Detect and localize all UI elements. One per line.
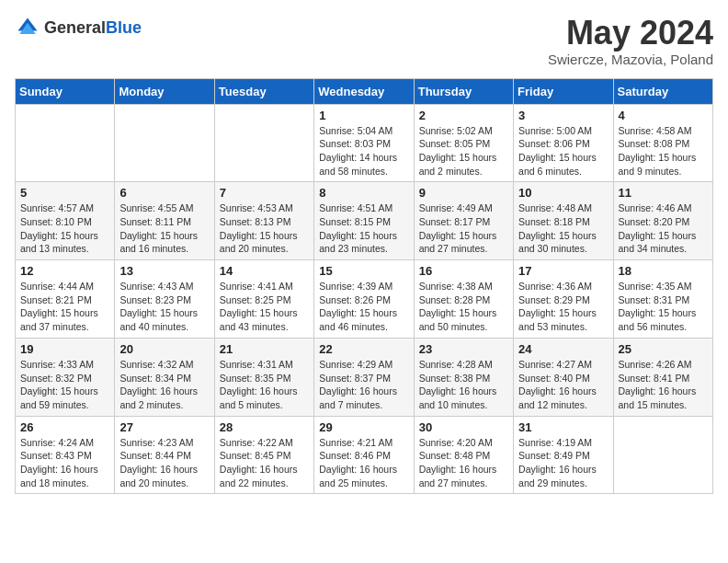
month-title: May 2024 [548, 15, 713, 52]
day-info: Sunrise: 4:53 AMSunset: 8:13 PMDaylight:… [220, 201, 309, 256]
calendar-cell: 12Sunrise: 4:44 AMSunset: 8:21 PMDayligh… [16, 260, 115, 339]
day-info: Sunrise: 5:04 AMSunset: 8:03 PMDaylight:… [319, 124, 408, 178]
day-info: Sunrise: 5:02 AMSunset: 8:05 PMDaylight:… [419, 124, 508, 178]
day-info: Sunrise: 4:32 AMSunset: 8:34 PMDaylight:… [119, 358, 209, 412]
day-number: 12 [20, 264, 109, 278]
day-number: 14 [220, 264, 309, 278]
day-number: 29 [319, 420, 408, 434]
calendar-cell: 2Sunrise: 5:02 AMSunset: 8:05 PMDaylight… [414, 104, 513, 182]
day-number: 6 [119, 186, 209, 200]
day-number: 10 [518, 186, 608, 200]
day-info: Sunrise: 4:24 AMSunset: 8:43 PMDaylight:… [20, 436, 109, 490]
day-info: Sunrise: 4:58 AMSunset: 8:08 PMDaylight:… [619, 124, 708, 178]
calendar-cell: 26Sunrise: 4:24 AMSunset: 8:43 PMDayligh… [16, 416, 115, 494]
calendar-cell: 30Sunrise: 4:20 AMSunset: 8:48 PMDayligh… [414, 416, 513, 494]
day-info: Sunrise: 4:44 AMSunset: 8:21 PMDaylight:… [20, 280, 109, 334]
day-info: Sunrise: 4:35 AMSunset: 8:31 PMDaylight:… [619, 280, 708, 334]
day-info: Sunrise: 4:33 AMSunset: 8:32 PMDaylight:… [20, 358, 109, 412]
day-number: 19 [20, 342, 109, 356]
logo-blue-text: Blue [106, 18, 142, 37]
calendar-cell: 6Sunrise: 4:55 AMSunset: 8:11 PMDaylight… [115, 182, 214, 260]
weekday-header-monday: Monday [115, 78, 214, 104]
day-info: Sunrise: 4:26 AMSunset: 8:41 PMDaylight:… [619, 358, 708, 412]
calendar-cell [214, 104, 313, 182]
calendar-cell: 1Sunrise: 5:04 AMSunset: 8:03 PMDaylight… [314, 104, 414, 182]
day-info: Sunrise: 4:57 AMSunset: 8:10 PMDaylight:… [20, 201, 109, 256]
day-number: 24 [518, 342, 608, 356]
day-info: Sunrise: 4:29 AMSunset: 8:37 PMDaylight:… [319, 358, 408, 412]
calendar-cell: 5Sunrise: 4:57 AMSunset: 8:10 PMDaylight… [16, 182, 115, 260]
logo-general-text: General [44, 18, 106, 37]
day-info: Sunrise: 4:43 AMSunset: 8:23 PMDaylight:… [119, 280, 209, 334]
day-info: Sunrise: 4:39 AMSunset: 8:26 PMDaylight:… [319, 280, 408, 334]
day-number: 5 [20, 186, 109, 200]
calendar-cell: 27Sunrise: 4:23 AMSunset: 8:44 PMDayligh… [115, 416, 214, 494]
day-number: 8 [319, 186, 408, 200]
calendar-cell: 7Sunrise: 4:53 AMSunset: 8:13 PMDaylight… [214, 182, 313, 260]
weekday-header-tuesday: Tuesday [214, 78, 313, 104]
day-info: Sunrise: 4:19 AMSunset: 8:49 PMDaylight:… [518, 436, 608, 490]
calendar-cell: 31Sunrise: 4:19 AMSunset: 8:49 PMDayligh… [514, 416, 613, 494]
day-number: 4 [619, 109, 708, 122]
calendar-cell: 24Sunrise: 4:27 AMSunset: 8:40 PMDayligh… [514, 338, 613, 416]
page-header: GeneralBlue May 2024 Swiercze, Mazovia, … [15, 15, 713, 67]
logo-icon [15, 15, 40, 40]
calendar-header-row: SundayMondayTuesdayWednesdayThursdayFrid… [16, 78, 713, 104]
day-info: Sunrise: 4:23 AMSunset: 8:44 PMDaylight:… [119, 436, 209, 490]
day-number: 7 [220, 186, 309, 200]
day-number: 26 [20, 420, 109, 434]
day-number: 2 [419, 109, 508, 122]
weekday-header-sunday: Sunday [16, 78, 115, 104]
day-info: Sunrise: 4:36 AMSunset: 8:29 PMDaylight:… [518, 280, 608, 334]
calendar-cell [16, 104, 115, 182]
weekday-header-wednesday: Wednesday [314, 78, 414, 104]
calendar-cell: 17Sunrise: 4:36 AMSunset: 8:29 PMDayligh… [514, 260, 613, 339]
calendar-cell: 19Sunrise: 4:33 AMSunset: 8:32 PMDayligh… [16, 338, 115, 416]
weekday-header-saturday: Saturday [613, 78, 712, 104]
day-number: 17 [518, 264, 608, 278]
day-number: 1 [319, 109, 408, 122]
calendar-cell: 22Sunrise: 4:29 AMSunset: 8:37 PMDayligh… [314, 338, 414, 416]
day-number: 23 [419, 342, 508, 356]
calendar-cell [613, 416, 712, 494]
calendar-week-row: 26Sunrise: 4:24 AMSunset: 8:43 PMDayligh… [16, 416, 713, 494]
location-title: Swiercze, Mazovia, Poland [548, 52, 713, 67]
day-number: 22 [319, 342, 408, 356]
day-info: Sunrise: 4:48 AMSunset: 8:18 PMDaylight:… [518, 201, 608, 256]
calendar-cell [115, 104, 214, 182]
calendar-week-row: 12Sunrise: 4:44 AMSunset: 8:21 PMDayligh… [16, 260, 713, 339]
calendar-cell: 29Sunrise: 4:21 AMSunset: 8:46 PMDayligh… [314, 416, 414, 494]
day-info: Sunrise: 4:31 AMSunset: 8:35 PMDaylight:… [220, 358, 309, 412]
day-info: Sunrise: 4:20 AMSunset: 8:48 PMDaylight:… [419, 436, 508, 490]
calendar-cell: 10Sunrise: 4:48 AMSunset: 8:18 PMDayligh… [514, 182, 613, 260]
calendar-week-row: 19Sunrise: 4:33 AMSunset: 8:32 PMDayligh… [16, 338, 713, 416]
day-info: Sunrise: 4:41 AMSunset: 8:25 PMDaylight:… [220, 280, 309, 334]
day-info: Sunrise: 4:22 AMSunset: 8:45 PMDaylight:… [220, 436, 309, 490]
day-number: 21 [220, 342, 309, 356]
day-number: 25 [619, 342, 708, 356]
calendar-cell: 16Sunrise: 4:38 AMSunset: 8:28 PMDayligh… [414, 260, 513, 339]
day-info: Sunrise: 4:38 AMSunset: 8:28 PMDaylight:… [419, 280, 508, 334]
day-number: 27 [119, 420, 209, 434]
calendar-cell: 28Sunrise: 4:22 AMSunset: 8:45 PMDayligh… [214, 416, 313, 494]
day-number: 13 [119, 264, 209, 278]
day-number: 3 [518, 109, 608, 122]
calendar-cell: 18Sunrise: 4:35 AMSunset: 8:31 PMDayligh… [613, 260, 712, 339]
weekday-header-thursday: Thursday [414, 78, 513, 104]
calendar-cell: 3Sunrise: 5:00 AMSunset: 8:06 PMDaylight… [514, 104, 613, 182]
day-info: Sunrise: 4:28 AMSunset: 8:38 PMDaylight:… [419, 358, 508, 412]
calendar-cell: 9Sunrise: 4:49 AMSunset: 8:17 PMDaylight… [414, 182, 513, 260]
day-info: Sunrise: 4:21 AMSunset: 8:46 PMDaylight:… [319, 436, 408, 490]
day-number: 31 [518, 420, 608, 434]
day-number: 18 [619, 264, 708, 278]
day-info: Sunrise: 4:27 AMSunset: 8:40 PMDaylight:… [518, 358, 608, 412]
calendar-cell: 14Sunrise: 4:41 AMSunset: 8:25 PMDayligh… [214, 260, 313, 339]
calendar-cell: 20Sunrise: 4:32 AMSunset: 8:34 PMDayligh… [115, 338, 214, 416]
calendar-cell: 13Sunrise: 4:43 AMSunset: 8:23 PMDayligh… [115, 260, 214, 339]
day-number: 11 [619, 186, 708, 200]
weekday-header-friday: Friday [514, 78, 613, 104]
calendar-week-row: 5Sunrise: 4:57 AMSunset: 8:10 PMDaylight… [16, 182, 713, 260]
day-info: Sunrise: 4:51 AMSunset: 8:15 PMDaylight:… [319, 201, 408, 256]
calendar-week-row: 1Sunrise: 5:04 AMSunset: 8:03 PMDaylight… [16, 104, 713, 182]
day-number: 28 [220, 420, 309, 434]
